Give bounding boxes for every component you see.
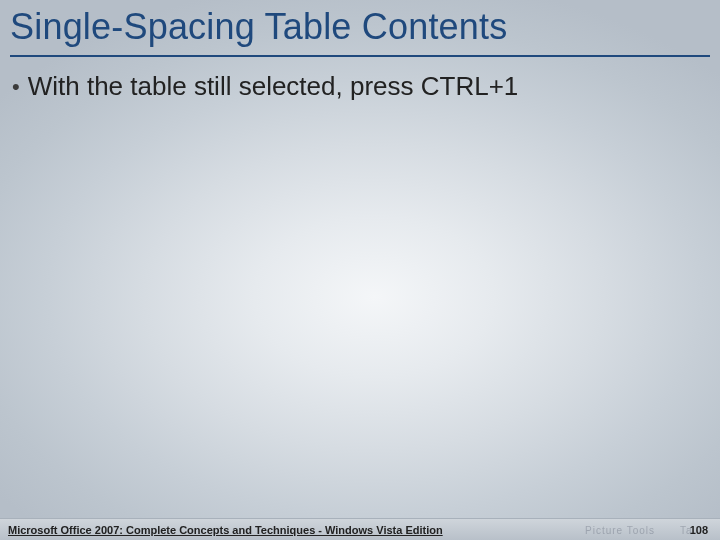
bullet-dot-icon: •	[10, 70, 20, 104]
footer-page-number: 108	[690, 524, 708, 536]
title-underline	[10, 55, 710, 57]
footer-source: Microsoft Office 2007: Complete Concepts…	[8, 524, 443, 536]
slide: Single-Spacing Table Contents • With the…	[0, 0, 720, 540]
slide-title: Single-Spacing Table Contents	[10, 6, 710, 48]
slide-body: • With the table still selected, press C…	[10, 70, 700, 104]
bullet-text: With the table still selected, press CTR…	[28, 70, 519, 103]
bullet-item: • With the table still selected, press C…	[10, 70, 700, 104]
slide-footer: Microsoft Office 2007: Complete Concepts…	[0, 518, 720, 540]
